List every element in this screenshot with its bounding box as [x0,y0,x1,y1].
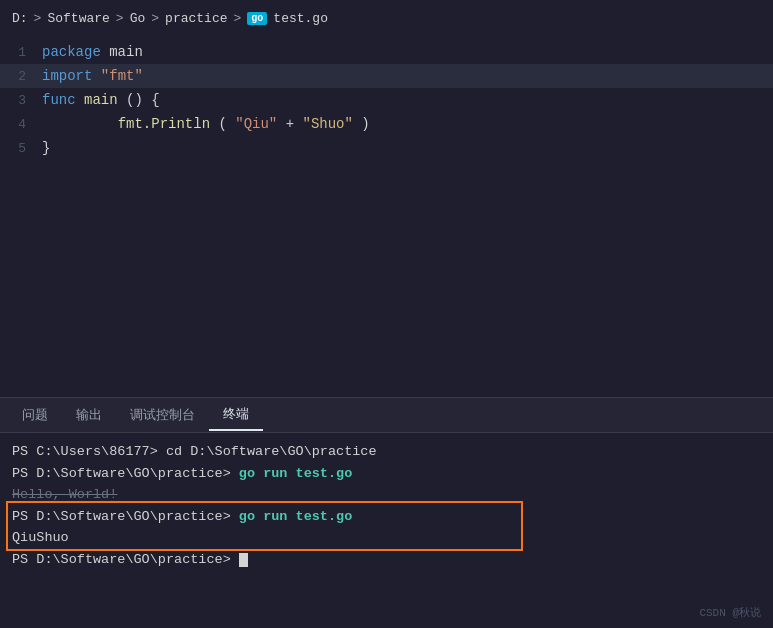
code-line-4: 4 fmt.Println ( "Qiu" + "Shuo" ) [0,112,773,136]
terminal-cursor [239,553,248,567]
line-number-3: 3 [0,89,42,113]
code-line-3: 3 func main () { [0,88,773,112]
keyword-package: package [42,44,101,60]
tab-terminal[interactable]: 终端 [209,399,263,431]
breadcrumb-practice: practice [165,11,227,26]
terminal-content: PS C:\Users\86177> cd D:\Software\GO\pra… [0,433,773,628]
terminal-line-3: Hello, World! [12,484,761,506]
breadcrumb-software: Software [47,11,109,26]
func-name-main: main [84,92,118,108]
code-line-1: 1 package main [0,40,773,64]
breadcrumb-drive: D: [12,11,28,26]
keyword-func: func [42,92,76,108]
code-line-2: 2 import "fmt" [0,64,773,88]
code-line-5: 5 } [0,136,773,160]
tab-output[interactable]: 输出 [62,400,116,430]
fmt-println: fmt.Println [118,116,210,132]
line-number-2: 2 [0,65,42,89]
code-editor: 1 package main 2 import "fmt" 3 func mai… [0,36,773,397]
line-number-1: 1 [0,41,42,65]
tab-problems[interactable]: 问题 [8,400,62,430]
tab-debug-console[interactable]: 调试控制台 [116,400,209,430]
breadcrumb: D: > Software > Go > practice > go test.… [0,0,773,36]
terminal-line-5: QiuShuo [12,527,761,549]
keyword-import: import [42,68,92,84]
terminal-line-6: PS D:\Software\GO\practice> [12,549,761,571]
terminal-panel: 问题 输出 调试控制台 终端 PS C:\Users\86177> cd D:\… [0,398,773,628]
line-number-5: 5 [0,137,42,161]
breadcrumb-go: Go [130,11,146,26]
go-language-icon: go [247,12,267,25]
terminal-tabs: 问题 输出 调试控制台 终端 [0,398,773,433]
terminal-line-4: PS D:\Software\GO\practice> go run test.… [12,506,761,528]
terminal-line-1: PS C:\Users\86177> cd D:\Software\GO\pra… [12,441,761,463]
breadcrumb-filename: test.go [273,11,328,26]
watermark: CSDN @秋说 [699,605,761,620]
terminal-line-2: PS D:\Software\GO\practice> go run test.… [12,463,761,485]
line-number-4: 4 [0,113,42,137]
